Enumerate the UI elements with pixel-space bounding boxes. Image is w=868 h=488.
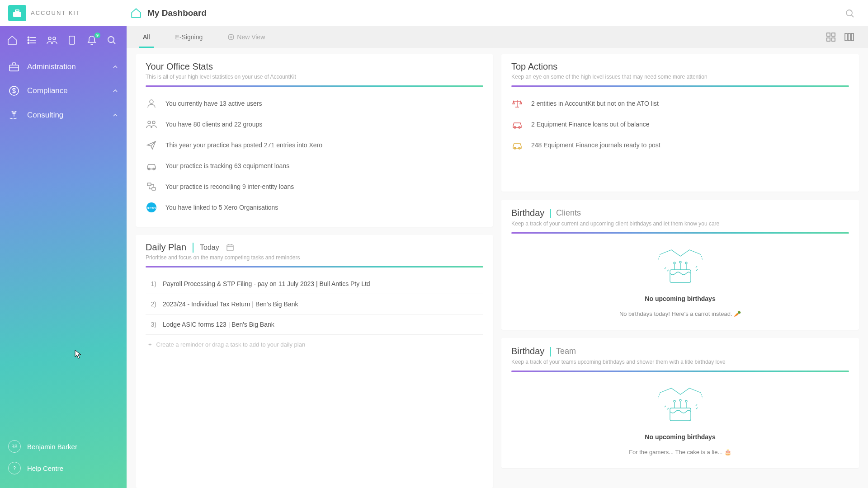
svg-point-10 bbox=[48, 37, 51, 40]
svg-rect-24 bbox=[832, 38, 835, 41]
sidebar-quick-icons: 9 bbox=[0, 26, 127, 55]
action-text: 2 entities in AccountKit but not on the … bbox=[531, 100, 659, 107]
card-title-suffix: Clients bbox=[556, 208, 581, 218]
help-centre[interactable]: ? Help Centre bbox=[0, 457, 127, 479]
sidebar-item-consulting[interactable]: Consulting bbox=[0, 103, 127, 127]
empty-state: No upcoming birthdays For the gamers... … bbox=[511, 378, 849, 459]
svg-point-11 bbox=[53, 37, 56, 40]
topbar: ACCOUNT KIT My Dashboard bbox=[0, 0, 868, 26]
grid-view-icon[interactable] bbox=[826, 32, 836, 42]
cake-icon bbox=[656, 246, 705, 287]
action-row[interactable]: 2 Equipment Finance loans out of balance bbox=[511, 114, 849, 135]
swap-icon bbox=[146, 181, 157, 192]
stat-text: You have 80 clients and 22 groups bbox=[165, 121, 262, 128]
car-icon bbox=[511, 118, 523, 130]
action-row[interactable]: 248 Equipment Finance journals ready to … bbox=[511, 135, 849, 155]
scales-icon bbox=[511, 98, 523, 109]
svg-point-61 bbox=[679, 399, 681, 401]
card-subtitle: Keep a track of your teams upcoming birt… bbox=[511, 359, 849, 365]
plus-circle-icon bbox=[228, 34, 234, 40]
avatar: BB bbox=[8, 440, 21, 453]
nav-people-icon[interactable] bbox=[46, 34, 58, 46]
car-icon bbox=[511, 139, 523, 151]
plus-icon: + bbox=[148, 341, 152, 348]
content: All E-Signing New View Your Office Stats… bbox=[127, 26, 868, 488]
plant-hand-icon bbox=[8, 109, 20, 121]
stat-row[interactable]: This year your practice has posted 271 e… bbox=[146, 135, 483, 155]
card-subtitle: Keep a track of your current and upcomin… bbox=[511, 221, 849, 227]
task-number: 2) bbox=[148, 300, 156, 308]
sidebar-footer: BB Benjamin Barker ? Help Centre bbox=[0, 436, 127, 479]
task-row[interactable]: 2) 2023/24 - Individual Tax Return | Ben… bbox=[146, 294, 483, 314]
svg-rect-22 bbox=[832, 33, 835, 36]
svg-rect-21 bbox=[827, 33, 830, 36]
svg-point-29 bbox=[148, 121, 151, 124]
brand-logo-icon bbox=[8, 5, 26, 21]
stat-text: Your practice is reconciling 9 inter-ent… bbox=[165, 183, 294, 190]
tab-all[interactable]: All bbox=[139, 26, 154, 48]
tabs-row: All E-Signing New View bbox=[127, 26, 868, 48]
svg-point-53 bbox=[674, 262, 675, 264]
help-icon: ? bbox=[8, 462, 21, 474]
empty-heading: No upcoming birthdays bbox=[645, 433, 715, 441]
task-number: 1) bbox=[148, 280, 156, 287]
svg-rect-56 bbox=[670, 408, 691, 421]
tab-new-view[interactable]: New View bbox=[224, 26, 269, 48]
sidebar-item-compliance[interactable]: Compliance bbox=[0, 79, 127, 103]
breadcrumb: My Dashboard bbox=[130, 7, 207, 19]
stat-text: You have linked to 5 Xero Organisations bbox=[165, 204, 278, 211]
brand-block[interactable]: ACCOUNT KIT bbox=[8, 5, 130, 21]
card-daily-plan: Daily Plan Today Prioritise and focus on… bbox=[136, 235, 493, 488]
nav-home-icon[interactable] bbox=[6, 34, 18, 46]
svg-rect-23 bbox=[827, 38, 830, 41]
svg-rect-38 bbox=[227, 245, 233, 251]
global-search-icon[interactable] bbox=[844, 8, 855, 19]
add-task-row[interactable]: + Create a reminder or drag a task to ad… bbox=[146, 335, 483, 354]
home-icon[interactable] bbox=[130, 7, 142, 19]
svg-rect-35 bbox=[152, 188, 156, 190]
page-title: My Dashboard bbox=[147, 8, 207, 18]
user-profile[interactable]: BB Benjamin Barker bbox=[0, 436, 127, 457]
nav-search-icon[interactable] bbox=[106, 34, 118, 46]
nav-device-icon[interactable] bbox=[66, 34, 78, 46]
daily-today-label[interactable]: Today bbox=[200, 244, 219, 252]
card-subtitle: This is all of your high level statistic… bbox=[146, 74, 483, 80]
action-row[interactable]: 2 entities in AccountKit but not on the … bbox=[511, 93, 849, 114]
sidebar-item-label: Compliance bbox=[27, 86, 105, 95]
svg-point-28 bbox=[150, 100, 153, 103]
card-office-stats: Your Office Stats This is all of your hi… bbox=[136, 54, 493, 227]
divider: | bbox=[549, 345, 552, 357]
stat-row[interactable]: Your practice is reconciling 9 inter-ent… bbox=[146, 176, 483, 197]
brand-name: ACCOUNT KIT bbox=[31, 9, 80, 16]
empty-note: No birthdays today! Here's a carrot inst… bbox=[619, 310, 741, 317]
svg-point-7 bbox=[28, 37, 29, 38]
svg-point-30 bbox=[152, 121, 155, 124]
stat-row[interactable]: You have 80 clients and 22 groups bbox=[146, 114, 483, 135]
task-text: Payroll Processing & STP Filing - pay on… bbox=[163, 280, 370, 287]
stat-row[interactable]: xero You have linked to 5 Xero Organisat… bbox=[146, 197, 483, 218]
paper-plane-icon bbox=[146, 139, 157, 151]
svg-rect-0 bbox=[13, 12, 21, 17]
calendar-icon[interactable] bbox=[226, 243, 235, 252]
stat-row[interactable]: You currently have 13 active users bbox=[146, 93, 483, 114]
nav-list-icon[interactable] bbox=[26, 34, 38, 46]
svg-point-54 bbox=[679, 261, 681, 263]
cake-icon bbox=[656, 385, 705, 425]
svg-rect-1 bbox=[15, 10, 19, 12]
divider: | bbox=[549, 207, 552, 219]
card-title: Your Office Stats bbox=[146, 61, 483, 72]
sidebar-item-label: Administration bbox=[27, 62, 105, 71]
tab-esigning[interactable]: E-Signing bbox=[172, 26, 207, 48]
svg-point-2 bbox=[846, 10, 852, 16]
task-row[interactable]: 3) Lodge ASIC forms 123 | Ben's Big Bank bbox=[146, 314, 483, 335]
sidebar-item-label: Consulting bbox=[27, 111, 105, 120]
task-row[interactable]: 1) Payroll Processing & STP Filing - pay… bbox=[146, 274, 483, 294]
view-toggles bbox=[826, 32, 854, 42]
column-view-icon[interactable] bbox=[844, 32, 854, 42]
stat-row[interactable]: Your practice is tracking 63 equipment l… bbox=[146, 155, 483, 176]
help-label: Help Centre bbox=[27, 465, 63, 472]
nav-bell-icon[interactable]: 9 bbox=[86, 34, 98, 46]
chevron-up-icon bbox=[112, 64, 118, 70]
card-divider bbox=[146, 266, 483, 267]
sidebar-item-administration[interactable]: Administration bbox=[0, 55, 127, 79]
